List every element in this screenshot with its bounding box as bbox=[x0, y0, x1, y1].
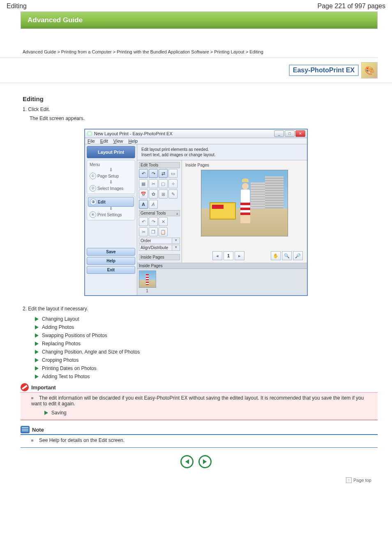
page-top-link[interactable]: Page top bbox=[353, 478, 371, 483]
arrow-down-icon: ⬇ bbox=[88, 180, 134, 184]
mode-banner: Layout Print bbox=[87, 146, 135, 158]
arrow-right-icon bbox=[35, 366, 39, 370]
thumbstrip-header: Inside Pages bbox=[137, 263, 307, 269]
important-icon bbox=[21, 383, 29, 391]
page-header-left: Editing bbox=[7, 2, 27, 10]
note-title: Note bbox=[32, 427, 44, 433]
instruction-text: Edit layout print elements as needed. In… bbox=[137, 144, 307, 160]
window-titlebar: New Layout Print - Easy-PhotoPrint EX _ … bbox=[85, 130, 307, 138]
bullet-icon bbox=[31, 397, 33, 399]
step-2-text: 2. Edit the layout if necessary. bbox=[0, 304, 392, 313]
step-select-images[interactable]: ②Select Images bbox=[88, 184, 134, 193]
menu-file[interactable]: File bbox=[88, 139, 95, 143]
next-page-button[interactable]: ▸ bbox=[235, 251, 244, 260]
arrow-right-icon bbox=[44, 411, 48, 415]
list-item[interactable]: Adding Text to Photos bbox=[35, 372, 378, 381]
general-tools-header[interactable]: General Tools▴ bbox=[139, 210, 180, 216]
advanced-guide-banner: Advanced Guide bbox=[21, 12, 378, 29]
hand-tool-icon[interactable]: ✋ bbox=[271, 251, 281, 260]
up-arrow-icon[interactable]: ↑ bbox=[346, 477, 352, 483]
important-link[interactable]: Saving bbox=[51, 410, 67, 416]
function-list: Changing Layout Adding Photos Swapping P… bbox=[0, 315, 392, 381]
menubar: File Edit View Help bbox=[85, 138, 307, 144]
product-logo-text: Easy-PhotoPrint EX bbox=[289, 65, 359, 76]
close-button[interactable]: ✕ bbox=[295, 130, 305, 137]
page-header-right: Page 221 of 997 pages bbox=[318, 2, 385, 10]
list-item[interactable]: Printing Dates on Photos bbox=[35, 364, 378, 372]
list-item[interactable]: Adding Photos bbox=[35, 323, 378, 331]
window-title: New Layout Print - Easy-PhotoPrint EX bbox=[94, 131, 173, 136]
help-button[interactable]: Help bbox=[87, 257, 135, 265]
arrow-right-icon bbox=[35, 317, 39, 321]
important-title: Important bbox=[31, 384, 56, 391]
minimize-button[interactable]: _ bbox=[274, 130, 284, 137]
photo-preview[interactable] bbox=[201, 170, 288, 236]
text-italic-icon[interactable]: A bbox=[149, 200, 158, 209]
exit-button[interactable]: Exit bbox=[87, 266, 135, 274]
important-block: Important The edit information will be d… bbox=[21, 382, 378, 420]
inside-pages-header: Inside Pages bbox=[139, 254, 180, 260]
arrow-right-icon bbox=[35, 333, 39, 338]
app-screenshot: New Layout Print - Easy-PhotoPrint EX _ … bbox=[84, 129, 308, 296]
arrange-icon[interactable]: ⊞ bbox=[159, 190, 168, 199]
app-icon bbox=[87, 131, 92, 136]
note-block: Note See Help for details on the Edit sc… bbox=[21, 425, 378, 448]
arrow-right-icon bbox=[35, 325, 39, 329]
arrow-right-icon bbox=[35, 358, 39, 362]
prev-page-button[interactable]: ◂ bbox=[212, 251, 222, 260]
collapse-up-icon[interactable]: ▴ bbox=[176, 211, 178, 215]
arrow-right-icon bbox=[35, 350, 39, 354]
enhance-icon[interactable]: ✧ bbox=[168, 179, 178, 188]
prev-topic-button[interactable] bbox=[180, 455, 194, 468]
note-icon bbox=[21, 426, 30, 433]
step-1-text: 1. Click Edit. bbox=[0, 105, 392, 114]
menu-view[interactable]: View bbox=[113, 139, 123, 143]
align-dropdown[interactable]: Align/Distribute▾ bbox=[139, 245, 180, 251]
image-icon[interactable]: ▦ bbox=[139, 179, 148, 188]
canvas-title: Inside Pages bbox=[185, 163, 305, 167]
stamp-icon[interactable]: ✿ bbox=[149, 190, 158, 199]
correct-icon[interactable]: ✎ bbox=[168, 190, 178, 199]
canvas-area[interactable] bbox=[184, 168, 305, 250]
delete-icon[interactable]: ✕ bbox=[159, 217, 168, 226]
text-bold-icon[interactable]: A bbox=[139, 200, 148, 209]
list-item[interactable]: Cropping Photos bbox=[35, 356, 378, 364]
page-title: Editing bbox=[0, 83, 378, 105]
product-logo-icon: 🎨 bbox=[361, 62, 378, 79]
redo-icon[interactable]: ↷ bbox=[149, 217, 158, 226]
step-print-settings[interactable]: ④Print Settings bbox=[88, 210, 134, 219]
list-item[interactable]: Replacing Photos bbox=[35, 340, 378, 348]
list-item[interactable]: Changing Position, Angle and Size of Pho… bbox=[35, 348, 378, 356]
chevron-down-icon[interactable]: ▾ bbox=[172, 245, 180, 251]
paste-icon[interactable]: 📋 bbox=[159, 227, 168, 236]
current-page: 1 bbox=[224, 251, 233, 260]
arrow-down-icon: ⬇ bbox=[88, 168, 134, 171]
arrow-right-icon bbox=[35, 375, 39, 379]
frame-icon[interactable]: ▢ bbox=[159, 179, 168, 188]
order-dropdown[interactable]: Order▾ bbox=[139, 238, 180, 244]
save-button[interactable]: Save bbox=[87, 248, 135, 256]
important-text: The edit information will be discarded i… bbox=[31, 395, 364, 407]
menu-help[interactable]: Help bbox=[129, 139, 138, 143]
tools-panel: Edit Tools ↶ ↷ ⇄ ▭ ▦ ✂ ▢ ✧ 📅 bbox=[137, 160, 182, 263]
chevron-down-icon[interactable]: ▾ bbox=[172, 238, 180, 244]
rotate-left-icon[interactable]: ↶ bbox=[139, 169, 148, 178]
maximize-button[interactable]: □ bbox=[285, 130, 295, 137]
menu-edit[interactable]: Edit bbox=[100, 139, 108, 143]
undo-icon[interactable]: ↶ bbox=[139, 217, 148, 226]
cut-icon[interactable]: ✂ bbox=[139, 227, 148, 236]
copy-icon[interactable]: ❐ bbox=[149, 227, 158, 236]
thumbnail-number: 1 bbox=[139, 288, 155, 293]
swap-icon[interactable]: ⇄ bbox=[159, 169, 168, 178]
replace-icon[interactable]: ▭ bbox=[168, 169, 178, 178]
crop-icon[interactable]: ✂ bbox=[149, 179, 158, 188]
arrow-down-icon: ⬇ bbox=[88, 207, 134, 210]
page-thumbnail[interactable]: 1 bbox=[139, 271, 155, 294]
list-item[interactable]: Swapping Positions of Photos bbox=[35, 331, 378, 340]
zoom-out-icon[interactable]: 🔎 bbox=[293, 251, 303, 260]
rotate-right-icon[interactable]: ↷ bbox=[149, 169, 158, 178]
list-item[interactable]: Changing Layout bbox=[35, 315, 378, 323]
next-topic-button[interactable] bbox=[198, 455, 212, 468]
date-icon[interactable]: 📅 bbox=[139, 190, 148, 199]
zoom-in-icon[interactable]: 🔍 bbox=[282, 251, 292, 260]
